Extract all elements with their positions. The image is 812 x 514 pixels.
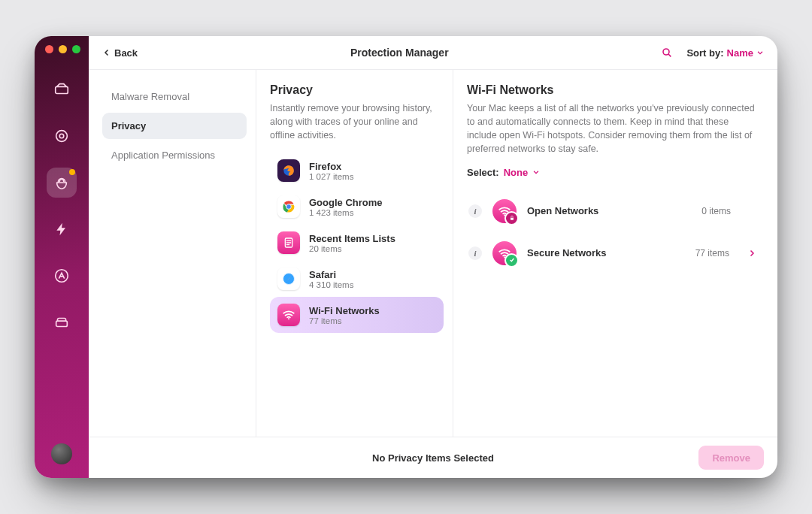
footer: No Privacy Items Selected Remove	[89, 437, 777, 478]
page-title: Protection Manager	[145, 47, 653, 59]
chevron-down-icon	[532, 168, 540, 176]
network-row-secure[interactable]: i Secure Networks 77 items	[467, 232, 759, 274]
select-control[interactable]: Select: None	[467, 167, 759, 178]
rail-badge-icon	[69, 169, 75, 175]
chevron-left-icon	[102, 48, 111, 57]
main-pane: Back Protection Manager Sort by: Name Ma…	[89, 36, 777, 478]
close-window-icon[interactable]	[45, 45, 53, 53]
wifi-icon	[277, 304, 300, 326]
privacy-column: Privacy Instantly remove your browsing h…	[256, 70, 453, 437]
sidebar-item-malware-removal[interactable]: Malware Removal	[102, 83, 247, 110]
sidebar-column: Malware Removal Privacy Application Perm…	[89, 70, 256, 437]
info-icon[interactable]: i	[468, 204, 482, 218]
network-name: Open Networks	[527, 205, 691, 216]
footer-status: No Privacy Items Selected	[372, 452, 494, 464]
svg-rect-15	[511, 218, 514, 220]
sort-label: Sort by:	[686, 47, 723, 59]
rail-privacy-icon[interactable]	[47, 168, 77, 198]
detail-heading: Wi-Fi Networks	[467, 83, 759, 97]
privacy-heading: Privacy	[270, 83, 444, 97]
check-badge-icon	[504, 253, 519, 268]
privacy-item-recent[interactable]: Recent Items Lists 20 items	[270, 225, 444, 261]
app-sub: 1 423 items	[309, 208, 383, 217]
select-value: None	[504, 167, 529, 178]
secure-network-icon	[492, 241, 517, 265]
app-name: Safari	[309, 269, 353, 280]
left-rail	[35, 36, 89, 478]
safari-icon	[277, 268, 300, 290]
privacy-item-safari[interactable]: Safari 4 310 items	[270, 261, 444, 297]
detail-desc: Your Mac keeps a list of all the network…	[467, 101, 759, 156]
firefox-icon	[277, 159, 300, 182]
privacy-item-chrome[interactable]: Google Chrome 1 423 items	[270, 189, 444, 225]
chevron-down-icon	[756, 49, 764, 56]
privacy-desc: Instantly remove your browsing history, …	[270, 101, 444, 142]
app-sub: 4 310 items	[309, 280, 353, 289]
rail-dashboard-icon[interactable]	[47, 74, 77, 104]
network-name: Secure Networks	[527, 247, 685, 259]
select-label: Select:	[467, 167, 499, 178]
rail-scan-icon[interactable]	[47, 121, 77, 151]
traffic-lights[interactable]	[45, 45, 80, 58]
open-network-icon	[492, 199, 517, 223]
app-name: Recent Items Lists	[309, 233, 395, 244]
lock-badge-icon	[504, 211, 519, 225]
recent-items-icon	[277, 231, 300, 254]
detail-column: Wi-Fi Networks Your Mac keeps a list of …	[453, 70, 777, 437]
rail-files-icon[interactable]	[47, 307, 77, 337]
app-sub: 1 027 items	[309, 172, 353, 181]
svg-point-3	[56, 270, 68, 283]
info-icon[interactable]: i	[468, 246, 482, 260]
app-window: Back Protection Manager Sort by: Name Ma…	[35, 36, 777, 478]
remove-button[interactable]: Remove	[698, 446, 764, 470]
app-sub: 20 items	[309, 244, 395, 253]
zoom-window-icon[interactable]	[72, 45, 80, 53]
svg-point-1	[56, 131, 68, 142]
sort-value: Name	[727, 47, 753, 59]
network-count: 0 items	[701, 206, 731, 216]
columns: Malware Removal Privacy Application Perm…	[89, 70, 777, 437]
svg-point-5	[663, 49, 669, 55]
app-name: Wi-Fi Networks	[309, 305, 380, 316]
sidebar-item-application-permissions[interactable]: Application Permissions	[102, 142, 247, 168]
svg-point-13	[288, 319, 289, 320]
rail-speed-icon[interactable]	[47, 214, 77, 244]
rail-uninstaller-icon[interactable]	[47, 261, 77, 291]
chrome-icon	[277, 195, 300, 218]
search-icon[interactable]	[661, 47, 673, 59]
app-name: Google Chrome	[309, 197, 383, 208]
sidebar-item-privacy[interactable]: Privacy	[102, 113, 247, 139]
svg-rect-4	[56, 321, 68, 326]
network-row-open[interactable]: i Open Networks 0 items	[467, 190, 759, 232]
user-avatar[interactable]	[51, 443, 72, 464]
back-button[interactable]: Back	[102, 47, 138, 59]
privacy-item-wifi[interactable]: Wi-Fi Networks 77 items	[270, 297, 444, 333]
sort-control[interactable]: Sort by: Name	[686, 47, 764, 59]
app-sub: 77 items	[309, 316, 380, 325]
privacy-item-firefox[interactable]: Firefox 1 027 items	[270, 153, 444, 189]
topbar: Back Protection Manager Sort by: Name	[89, 36, 777, 70]
svg-point-2	[59, 134, 64, 138]
network-count: 77 items	[695, 248, 729, 259]
app-name: Firefox	[309, 161, 353, 172]
back-label: Back	[114, 47, 138, 59]
chevron-right-icon[interactable]	[747, 249, 756, 258]
minimize-window-icon[interactable]	[59, 45, 67, 53]
svg-rect-0	[56, 86, 68, 93]
